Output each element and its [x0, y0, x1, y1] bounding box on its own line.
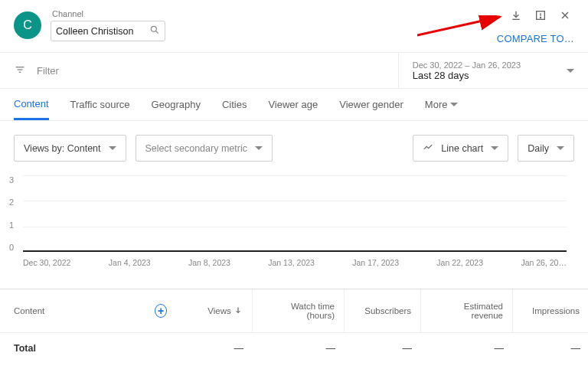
filter-placeholder[interactable]: Filter [37, 65, 59, 77]
tab-more-label: More [425, 99, 448, 110]
svg-line-1 [156, 31, 158, 34]
tab-viewer-gender[interactable]: Viewer gender [339, 89, 403, 120]
sort-down-icon [234, 305, 243, 316]
date-range-picker[interactable]: Dec 30, 2022 – Jan 26, 2023 Last 28 days [398, 53, 574, 88]
cell-impressions: — [513, 343, 588, 354]
chevron-down-icon [491, 146, 498, 150]
col-impressions[interactable]: Impressions [513, 289, 588, 332]
table-row: Total — — — — — [0, 332, 588, 363]
cell-views: — [176, 343, 253, 354]
compare-button[interactable]: COMPARE TO… [497, 33, 574, 44]
date-range-text: Dec 30, 2022 – Jan 26, 2023 [413, 60, 521, 70]
col-revenue[interactable]: Estimated revenue [421, 289, 513, 332]
tab-traffic-source[interactable]: Traffic source [70, 89, 130, 120]
chart-type-label: Line chart [441, 143, 483, 154]
views-by-label: Views by: Content [24, 143, 101, 154]
chart-baseline [23, 250, 567, 252]
add-column-button[interactable]: + [155, 304, 167, 318]
secondary-metric-dropdown[interactable]: Select secondary metric [136, 135, 273, 162]
close-icon[interactable] [559, 9, 571, 24]
channel-search-input[interactable] [56, 26, 149, 37]
data-table: Content + Views Watch time (hours) Subsc… [0, 289, 588, 363]
col-content[interactable]: Content [0, 289, 145, 332]
search-icon [149, 24, 160, 38]
tab-geography[interactable]: Geography [152, 89, 201, 120]
row-label: Total [0, 343, 145, 354]
tab-viewer-age[interactable]: Viewer age [268, 89, 318, 120]
chevron-down-icon [255, 146, 263, 150]
chevron-down-icon [450, 103, 458, 106]
tab-content[interactable]: Content [14, 89, 49, 120]
chart-type-dropdown[interactable]: Line chart [413, 135, 508, 162]
tab-more[interactable]: More [425, 89, 459, 120]
download-icon[interactable] [510, 9, 522, 24]
channel-avatar[interactable]: C [14, 11, 41, 39]
secondary-metric-label: Select secondary metric [145, 143, 247, 154]
cell-watch-time: — [253, 343, 345, 354]
svg-point-4 [540, 17, 541, 18]
chevron-down-icon [109, 146, 116, 150]
tabs: Content Traffic source Geography Cities … [0, 89, 588, 121]
plot-area[interactable] [23, 175, 567, 252]
y-axis-labels: 3 2 1 0 [9, 175, 14, 252]
channel-label: Channel [52, 9, 165, 18]
filter-icon[interactable] [14, 64, 26, 78]
chevron-down-icon [567, 69, 574, 73]
chevron-down-icon [557, 146, 564, 150]
table-header: Content + Views Watch time (hours) Subsc… [0, 289, 588, 332]
line-chart-icon [423, 142, 433, 155]
views-by-dropdown[interactable]: Views by: Content [14, 135, 126, 162]
cell-subscribers: — [345, 343, 421, 354]
chart-area: 3 2 1 0 Dec 30, 2022 Jan 4, 2023 Jan 8, … [0, 175, 588, 267]
cell-revenue: — [421, 343, 513, 354]
col-views[interactable]: Views [176, 289, 253, 332]
svg-point-0 [151, 26, 156, 31]
granularity-label: Daily [528, 143, 549, 154]
x-axis-labels: Dec 30, 2022 Jan 4, 2023 Jan 8, 2023 Jan… [23, 258, 567, 267]
col-views-label: Views [207, 306, 230, 315]
feedback-icon[interactable] [534, 9, 547, 24]
tab-cities[interactable]: Cities [222, 89, 247, 120]
channel-search-wrap[interactable] [51, 21, 165, 41]
date-preset-text: Last 28 days [413, 70, 521, 81]
col-subscribers[interactable]: Subscribers [345, 289, 421, 332]
col-watch-time[interactable]: Watch time (hours) [253, 289, 345, 332]
granularity-dropdown[interactable]: Daily [518, 135, 574, 162]
